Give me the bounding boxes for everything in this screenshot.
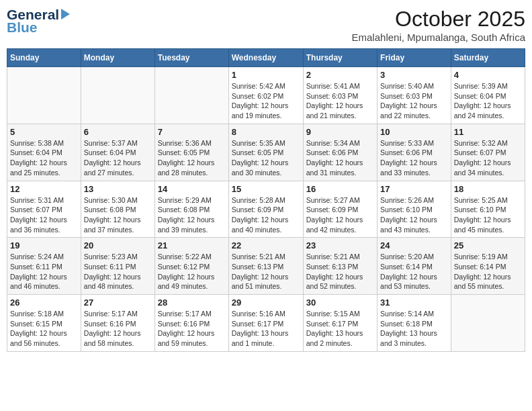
calendar-cell: 31Sunrise: 5:14 AM Sunset: 6:18 PM Dayli… (378, 295, 451, 352)
day-number: 6 (84, 127, 152, 137)
day-info: Sunrise: 5:23 AM Sunset: 6:11 PM Dayligh… (84, 252, 152, 291)
page-header: General Blue October 2025 Emalahleni, Mp… (7, 7, 525, 43)
day-number: 14 (158, 184, 226, 194)
day-info: Sunrise: 5:41 AM Sunset: 6:03 PM Dayligh… (306, 81, 374, 121)
day-number: 12 (10, 184, 78, 194)
day-info: Sunrise: 5:18 AM Sunset: 6:15 PM Dayligh… (10, 309, 78, 349)
day-number: 21 (158, 240, 226, 250)
calendar-cell: 29Sunrise: 5:16 AM Sunset: 6:17 PM Dayli… (228, 295, 303, 352)
day-number: 7 (158, 127, 226, 137)
day-number: 13 (84, 184, 152, 194)
calendar-cell: 26Sunrise: 5:18 AM Sunset: 6:15 PM Dayli… (7, 295, 81, 352)
day-info: Sunrise: 5:30 AM Sunset: 6:08 PM Dayligh… (84, 195, 152, 235)
day-info: Sunrise: 5:21 AM Sunset: 6:13 PM Dayligh… (306, 252, 374, 291)
day-info: Sunrise: 5:28 AM Sunset: 6:09 PM Dayligh… (232, 195, 300, 235)
calendar-cell (451, 295, 525, 352)
day-number: 16 (306, 184, 374, 194)
calendar-cell: 5Sunrise: 5:38 AM Sunset: 6:04 PM Daylig… (7, 124, 81, 181)
day-info: Sunrise: 5:25 AM Sunset: 6:10 PM Dayligh… (454, 195, 522, 235)
day-number: 5 (10, 127, 78, 137)
logo-arrow-icon (61, 9, 70, 19)
day-info: Sunrise: 5:42 AM Sunset: 6:02 PM Dayligh… (232, 81, 300, 121)
calendar-cell: 14Sunrise: 5:29 AM Sunset: 6:08 PM Dayli… (154, 181, 228, 238)
weekday-header-friday: Friday (378, 49, 451, 67)
day-info: Sunrise: 5:33 AM Sunset: 6:06 PM Dayligh… (380, 138, 448, 178)
day-info: Sunrise: 5:40 AM Sunset: 6:03 PM Dayligh… (380, 81, 448, 121)
day-number: 11 (454, 127, 522, 137)
calendar-week-1: 1Sunrise: 5:42 AM Sunset: 6:02 PM Daylig… (7, 67, 525, 124)
day-info: Sunrise: 5:14 AM Sunset: 6:18 PM Dayligh… (380, 309, 448, 349)
logo-blue: Blue (7, 19, 70, 35)
weekday-header-wednesday: Wednesday (228, 49, 303, 67)
weekday-header-tuesday: Tuesday (154, 49, 228, 67)
day-number: 29 (232, 298, 300, 308)
day-number: 25 (454, 240, 522, 250)
day-number: 3 (380, 70, 448, 80)
day-number: 27 (84, 298, 152, 308)
day-info: Sunrise: 5:22 AM Sunset: 6:12 PM Dayligh… (158, 252, 226, 291)
calendar-cell: 12Sunrise: 5:31 AM Sunset: 6:07 PM Dayli… (7, 181, 81, 238)
day-number: 26 (10, 298, 78, 308)
day-info: Sunrise: 5:32 AM Sunset: 6:07 PM Dayligh… (454, 138, 522, 178)
day-info: Sunrise: 5:24 AM Sunset: 6:11 PM Dayligh… (10, 252, 78, 291)
calendar-cell: 30Sunrise: 5:15 AM Sunset: 6:17 PM Dayli… (303, 295, 377, 352)
day-number: 24 (380, 240, 448, 250)
weekday-header-row: SundayMondayTuesdayWednesdayThursdayFrid… (7, 49, 525, 67)
day-info: Sunrise: 5:27 AM Sunset: 6:09 PM Dayligh… (306, 195, 374, 235)
calendar-cell: 28Sunrise: 5:17 AM Sunset: 6:16 PM Dayli… (154, 295, 228, 352)
day-info: Sunrise: 5:29 AM Sunset: 6:08 PM Dayligh… (158, 195, 226, 235)
calendar-cell: 22Sunrise: 5:21 AM Sunset: 6:13 PM Dayli… (228, 238, 303, 295)
weekday-header-thursday: Thursday (303, 49, 377, 67)
calendar-cell: 11Sunrise: 5:32 AM Sunset: 6:07 PM Dayli… (451, 124, 525, 181)
day-info: Sunrise: 5:36 AM Sunset: 6:05 PM Dayligh… (158, 138, 226, 178)
logo: General Blue (7, 7, 70, 35)
page-title: October 2025 (352, 7, 525, 32)
calendar-cell: 9Sunrise: 5:34 AM Sunset: 6:06 PM Daylig… (303, 124, 377, 181)
day-info: Sunrise: 5:19 AM Sunset: 6:14 PM Dayligh… (454, 252, 522, 291)
day-number: 9 (306, 127, 374, 137)
day-info: Sunrise: 5:34 AM Sunset: 6:06 PM Dayligh… (306, 138, 374, 178)
weekday-header-monday: Monday (81, 49, 154, 67)
calendar-cell: 15Sunrise: 5:28 AM Sunset: 6:09 PM Dayli… (228, 181, 303, 238)
day-info: Sunrise: 5:15 AM Sunset: 6:17 PM Dayligh… (306, 309, 374, 349)
title-block: October 2025 Emalahleni, Mpumalanga, Sou… (352, 7, 525, 43)
calendar-cell: 13Sunrise: 5:30 AM Sunset: 6:08 PM Dayli… (81, 181, 154, 238)
day-info: Sunrise: 5:17 AM Sunset: 6:16 PM Dayligh… (158, 309, 226, 349)
calendar-cell: 6Sunrise: 5:37 AM Sunset: 6:04 PM Daylig… (81, 124, 154, 181)
weekday-header-saturday: Saturday (451, 49, 525, 67)
day-number: 20 (84, 240, 152, 250)
calendar-cell: 25Sunrise: 5:19 AM Sunset: 6:14 PM Dayli… (451, 238, 525, 295)
day-number: 10 (380, 127, 448, 137)
day-number: 18 (454, 184, 522, 194)
calendar-cell: 16Sunrise: 5:27 AM Sunset: 6:09 PM Dayli… (303, 181, 377, 238)
day-info: Sunrise: 5:35 AM Sunset: 6:05 PM Dayligh… (232, 138, 300, 178)
day-number: 8 (232, 127, 300, 137)
day-info: Sunrise: 5:39 AM Sunset: 6:04 PM Dayligh… (454, 81, 522, 121)
calendar-cell (154, 67, 228, 124)
day-info: Sunrise: 5:16 AM Sunset: 6:17 PM Dayligh… (232, 309, 300, 349)
calendar-table: SundayMondayTuesdayWednesdayThursdayFrid… (7, 48, 525, 352)
day-number: 19 (10, 240, 78, 250)
calendar-cell: 4Sunrise: 5:39 AM Sunset: 6:04 PM Daylig… (451, 67, 525, 124)
day-number: 31 (380, 298, 448, 308)
calendar-cell (7, 67, 81, 124)
weekday-header-sunday: Sunday (7, 49, 81, 67)
calendar-cell: 2Sunrise: 5:41 AM Sunset: 6:03 PM Daylig… (303, 67, 377, 124)
day-number: 2 (306, 70, 374, 80)
calendar-week-3: 12Sunrise: 5:31 AM Sunset: 6:07 PM Dayli… (7, 181, 525, 238)
calendar-cell: 18Sunrise: 5:25 AM Sunset: 6:10 PM Dayli… (451, 181, 525, 238)
page-subtitle: Emalahleni, Mpumalanga, South Africa (352, 32, 525, 43)
calendar-cell: 8Sunrise: 5:35 AM Sunset: 6:05 PM Daylig… (228, 124, 303, 181)
day-info: Sunrise: 5:38 AM Sunset: 6:04 PM Dayligh… (10, 138, 78, 178)
day-number: 22 (232, 240, 300, 250)
calendar-cell: 10Sunrise: 5:33 AM Sunset: 6:06 PM Dayli… (378, 124, 451, 181)
day-info: Sunrise: 5:26 AM Sunset: 6:10 PM Dayligh… (380, 195, 448, 235)
day-number: 28 (158, 298, 226, 308)
day-info: Sunrise: 5:37 AM Sunset: 6:04 PM Dayligh… (84, 138, 152, 178)
calendar-cell: 17Sunrise: 5:26 AM Sunset: 6:10 PM Dayli… (378, 181, 451, 238)
day-number: 30 (306, 298, 374, 308)
day-info: Sunrise: 5:20 AM Sunset: 6:14 PM Dayligh… (380, 252, 448, 291)
calendar-cell: 20Sunrise: 5:23 AM Sunset: 6:11 PM Dayli… (81, 238, 154, 295)
day-number: 17 (380, 184, 448, 194)
calendar-cell: 1Sunrise: 5:42 AM Sunset: 6:02 PM Daylig… (228, 67, 303, 124)
